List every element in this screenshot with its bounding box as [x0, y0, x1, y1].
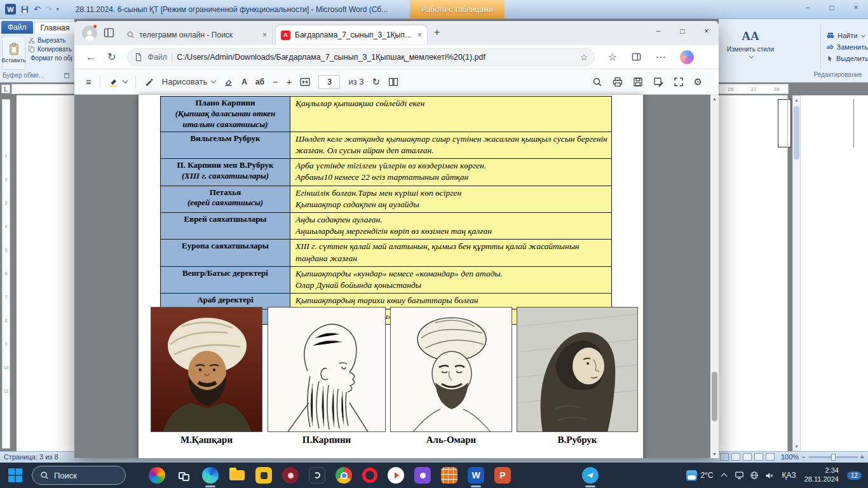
zoom-slider-thumb[interactable]	[831, 454, 836, 461]
change-styles-button[interactable]: АА Изменить стили	[726, 29, 775, 60]
select-button[interactable]: Выделить	[827, 55, 868, 62]
word-app-icon[interactable]: W	[5, 4, 16, 15]
word-scrollbar-thumb[interactable]	[794, 106, 799, 159]
draw-label[interactable]: Нарисовать	[162, 77, 207, 86]
edge-minimize-button[interactable]: −	[646, 21, 670, 41]
tab-stop-selector[interactable]: L	[1, 85, 10, 93]
app-yellow-icon[interactable]	[255, 467, 272, 484]
qat-dropdown-icon[interactable]: ▾	[57, 6, 59, 12]
new-tab-button[interactable]: +	[434, 27, 440, 38]
task-view-icon[interactable]	[175, 467, 192, 484]
network-icon[interactable]	[750, 471, 759, 480]
more-icon[interactable]: ⋯	[656, 51, 666, 63]
word-minimize-button[interactable]: −	[801, 3, 815, 12]
rotate-icon[interactable]: ↻	[372, 77, 381, 86]
save-icon[interactable]	[20, 5, 29, 14]
scroll-down-icon[interactable]: ▼	[793, 442, 800, 451]
zoom-level[interactable]: 100%	[781, 453, 799, 461]
add-text-icon[interactable]: А	[241, 78, 247, 86]
edge-maximize-button[interactable]: □	[670, 21, 695, 41]
contextual-tab-table-tools[interactable]: Работа с таблицами	[410, 0, 505, 19]
clock[interactable]: 2:34 28.11.2024	[804, 466, 839, 484]
app-red-icon[interactable]	[282, 467, 299, 484]
view-print-layout-button[interactable]	[720, 453, 729, 461]
zoom-out-icon[interactable]: −	[273, 77, 278, 86]
paste-button[interactable]: Вставить	[2, 36, 25, 70]
scroll-down-icon[interactable]: ▼	[710, 450, 719, 458]
view-outline-button[interactable]	[754, 453, 763, 461]
vertical-tabs-icon[interactable]	[104, 27, 114, 38]
tray-overflow-icon[interactable]	[721, 473, 727, 480]
telegram-icon[interactable]	[582, 467, 599, 484]
powerpoint-taskbar-icon[interactable]: P	[494, 467, 511, 484]
zoom-out-button[interactable]: −	[801, 453, 805, 461]
save-icon[interactable]	[633, 77, 643, 87]
redo-icon[interactable]: ↷	[45, 5, 52, 13]
scroll-up-icon[interactable]: ▲	[710, 95, 719, 103]
page-view-icon[interactable]	[388, 78, 398, 86]
chevron-down-icon[interactable]	[123, 78, 128, 83]
sidebar-icon[interactable]	[631, 52, 642, 62]
notification-count-badge[interactable]: 12	[847, 471, 862, 480]
view-draft-button[interactable]	[766, 453, 775, 461]
format-painter-button[interactable]: Формат по образцу	[28, 55, 72, 62]
save-as-icon[interactable]	[653, 77, 663, 87]
address-bar[interactable]: Файл C:/Users/Admin/Downloads/Бағдарлама…	[127, 48, 595, 66]
language-indicator[interactable]: ҚАЗ	[782, 471, 796, 480]
chrome-icon[interactable]	[336, 467, 352, 484]
zoom-in-icon[interactable]: +	[287, 77, 292, 86]
edge-taskbar-icon[interactable]	[202, 467, 219, 484]
pdf-vertical-scrollbar[interactable]: ▲ ▼	[710, 95, 719, 458]
app-dark-icon[interactable]	[309, 467, 325, 484]
word-maximize-button[interactable]: □	[825, 3, 839, 12]
file-explorer-icon[interactable]	[229, 467, 245, 484]
copy-button[interactable]: Копировать	[28, 46, 72, 53]
zoom-slider[interactable]	[808, 456, 858, 458]
chevron-down-icon[interactable]	[211, 78, 216, 83]
settings-gear-icon[interactable]: ⚙	[694, 77, 702, 86]
edge-close-button[interactable]: ×	[695, 21, 719, 41]
tab-file[interactable]: Файл	[1, 21, 33, 34]
tab-home[interactable]: Главная	[34, 22, 76, 34]
start-button[interactable]	[8, 468, 23, 483]
search-icon[interactable]	[592, 77, 602, 87]
tab-close-icon[interactable]: ×	[417, 30, 422, 39]
yandex-browser-icon[interactable]	[388, 467, 404, 484]
app-orange-grid-icon[interactable]	[441, 467, 458, 484]
word-vertical-scrollbar[interactable]: ▲ ▼	[792, 95, 801, 451]
word-close-button[interactable]: ×	[849, 3, 863, 12]
view-fullscreen-button[interactable]	[731, 453, 740, 461]
read-aloud-icon[interactable]: аб	[255, 78, 264, 86]
eraser-icon[interactable]	[224, 77, 233, 86]
tab-close-icon[interactable]: ×	[262, 30, 267, 39]
highlighter-icon[interactable]	[109, 77, 119, 87]
app-purple-icon[interactable]	[414, 467, 431, 484]
scroll-up-icon[interactable]: ▲	[793, 96, 800, 104]
word-taskbar-icon[interactable]: W	[468, 467, 484, 484]
fit-width-icon[interactable]	[300, 78, 310, 86]
zoom-in-button[interactable]: +	[860, 453, 864, 461]
page-indicator[interactable]: Страница: 3 из 8	[4, 453, 58, 461]
cut-button[interactable]: Вырезать	[28, 37, 72, 44]
favorites-icon[interactable]: ☆	[607, 51, 616, 63]
display-icon[interactable]	[735, 471, 744, 480]
browser-tab-pdf-active[interactable]: A Бағдарлама_7_сынып_3_1Қыпша ×	[275, 25, 428, 44]
print-icon[interactable]	[613, 77, 623, 87]
pdf-scrollbar-thumb[interactable]	[712, 372, 717, 421]
page-number-input[interactable]	[318, 75, 340, 89]
find-button[interactable]: Найти	[827, 32, 868, 39]
browser-tab-search[interactable]: телеграмм онлайн - Поиск ×	[121, 25, 273, 44]
clipboard-dialog-launcher[interactable]	[64, 73, 69, 78]
address-url[interactable]: C:/Users/Admin/Downloads/Бағдарлама_7_сы…	[177, 53, 576, 62]
weather-widget[interactable]: 2°C	[686, 470, 713, 481]
volume-icon[interactable]	[764, 471, 774, 480]
widgets-sphere-icon[interactable]	[149, 467, 165, 484]
view-web-button[interactable]	[743, 453, 752, 461]
replace-button[interactable]: ab Заменить	[827, 43, 868, 51]
toc-menu-icon[interactable]: ≡	[86, 77, 92, 86]
undo-icon[interactable]: ↶	[34, 5, 41, 13]
refresh-icon[interactable]: ↻	[107, 51, 116, 63]
opera-icon[interactable]	[362, 468, 377, 483]
draw-pen-icon[interactable]	[144, 77, 154, 86]
taskbar-search[interactable]: Поиск	[32, 466, 126, 485]
